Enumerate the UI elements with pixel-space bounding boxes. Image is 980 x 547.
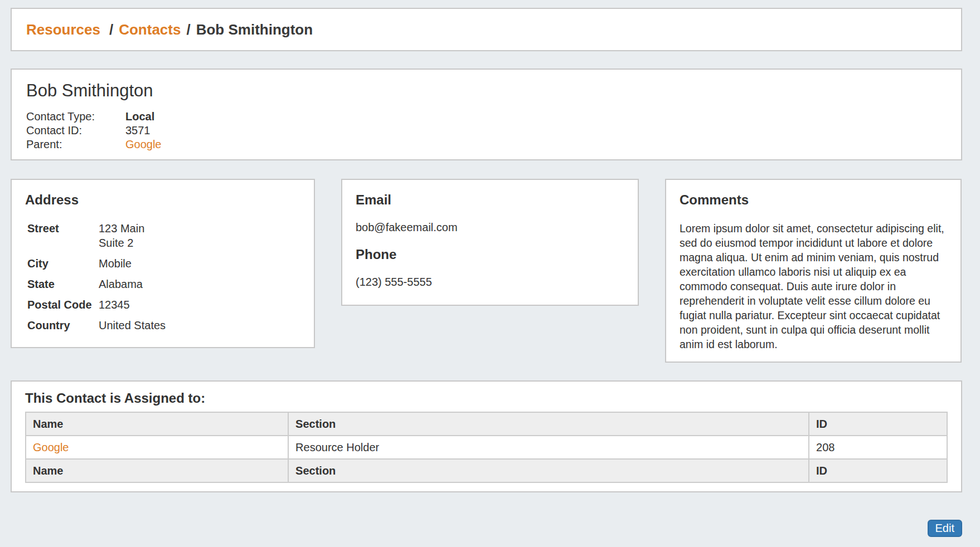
contact-type-row: Contact Type: Local — [26, 110, 947, 124]
email-phone-panel: Email bob@fakeemail.com Phone (123) 555-… — [341, 179, 639, 306]
address-city-row: City Mobile — [25, 256, 300, 271]
city-label: City — [27, 256, 99, 271]
assignments-panel: This Contact is Assigned to: Name Sectio… — [11, 380, 962, 492]
assignment-name-link[interactable]: Google — [33, 441, 69, 453]
column-footer-id: ID — [809, 459, 947, 482]
street-label: Street — [27, 221, 99, 250]
email-value: bob@fakeemail.com — [356, 220, 624, 235]
contact-summary-panel: Bob Smithington Contact Type: Local Cont… — [11, 69, 962, 160]
address-state-row: State Alabama — [25, 277, 300, 291]
column-header-section: Section — [288, 412, 809, 436]
assignment-name-cell: Google — [26, 436, 288, 459]
page-title: Bob Smithington — [26, 81, 947, 101]
column-header-id: ID — [809, 412, 947, 436]
postal-code-value: 12345 — [99, 297, 130, 312]
address-heading: Address — [25, 192, 300, 208]
address-postal-row: Postal Code 12345 — [25, 297, 300, 312]
comments-text: Lorem ipsum dolor sit amet, consectetur … — [680, 221, 947, 351]
column-header-name: Name — [26, 412, 288, 436]
phone-heading: Phone — [356, 247, 624, 262]
detail-columns: Address Street 123 Main Suite 2 City Mob… — [11, 179, 962, 363]
address-street-row: Street 123 Main Suite 2 — [25, 221, 300, 250]
column-footer-section: Section — [288, 459, 809, 482]
address-country-row: Country United States — [25, 318, 300, 333]
city-value: Mobile — [99, 256, 132, 271]
contact-id-label: Contact ID: — [26, 124, 125, 138]
assignments-heading: This Contact is Assigned to: — [25, 390, 948, 406]
parent-label: Parent: — [26, 138, 125, 152]
breadcrumb: Resources / Contacts / Bob Smithington — [11, 8, 962, 51]
comments-heading: Comments — [680, 192, 947, 208]
contact-type-label: Contact Type: — [26, 110, 125, 124]
country-label: Country — [27, 318, 99, 333]
comments-panel: Comments Lorem ipsum dolor sit amet, con… — [665, 179, 962, 363]
state-label: State — [27, 277, 99, 291]
assignment-section-cell: Resource Holder — [288, 436, 809, 459]
parent-link[interactable]: Google — [125, 138, 162, 152]
address-panel: Address Street 123 Main Suite 2 City Mob… — [11, 179, 315, 348]
assignments-table: Name Section ID Google Resource Holder 2… — [25, 412, 948, 483]
edit-button[interactable]: Edit — [928, 520, 962, 537]
street-value: 123 Main Suite 2 — [99, 221, 144, 250]
breadcrumb-link-contacts[interactable]: Contacts — [119, 21, 181, 38]
state-value: Alabama — [99, 277, 143, 291]
contact-id-value: 3571 — [125, 124, 151, 138]
breadcrumb-link-resources[interactable]: Resources — [26, 21, 100, 38]
breadcrumb-separator: / — [109, 21, 113, 38]
table-row: Google Resource Holder 208 — [26, 436, 947, 459]
column-footer-name: Name — [26, 459, 288, 482]
assignments-footer-row: Name Section ID — [26, 459, 947, 482]
breadcrumb-current-page: Bob Smithington — [196, 21, 313, 38]
breadcrumb-separator: / — [186, 21, 190, 38]
contact-detail-page: Resources / Contacts / Bob Smithington B… — [0, 0, 980, 537]
email-heading: Email — [356, 192, 624, 208]
assignment-id-cell: 208 — [809, 436, 947, 459]
phone-value: (123) 555-5555 — [356, 275, 624, 289]
parent-row: Parent: Google — [26, 138, 947, 152]
assignments-header-row: Name Section ID — [26, 412, 947, 436]
contact-type-value: Local — [125, 110, 154, 124]
postal-code-label: Postal Code — [27, 297, 99, 312]
actions-bar: Edit — [11, 520, 962, 537]
country-value: United States — [99, 318, 166, 333]
contact-id-row: Contact ID: 3571 — [26, 124, 947, 138]
